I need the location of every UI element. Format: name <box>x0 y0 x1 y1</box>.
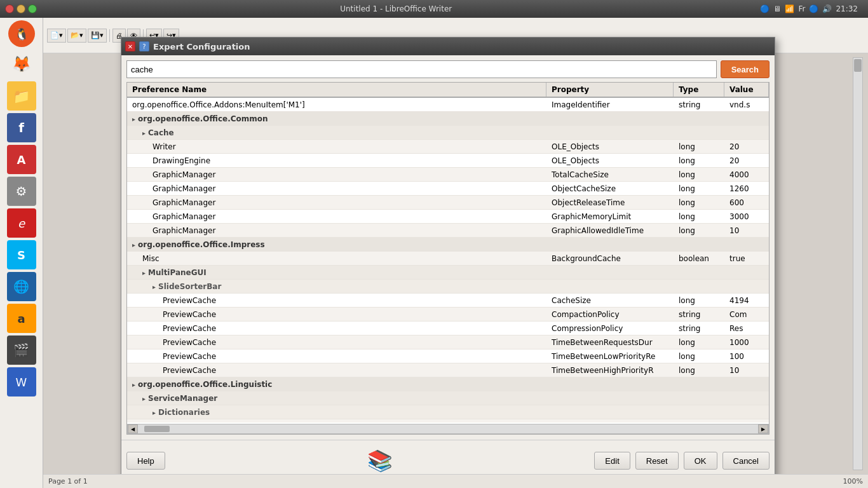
cell-preference-name: GraphicManager <box>127 197 546 208</box>
cell-value <box>724 132 769 134</box>
table-row[interactable]: ▸ ServiceManager <box>127 391 769 405</box>
collapse-arrow-icon: ▸ <box>153 409 156 416</box>
cell-preference-name: ▸ SlideSorterBar <box>127 281 546 292</box>
cell-property: ObjectReleaseTime <box>546 197 674 208</box>
table-row[interactable]: PreviewCacheTimeBetweenLowPriorityRelong… <box>127 349 769 363</box>
cell-property <box>546 271 674 274</box>
table-row[interactable]: PreviewCacheTimeBetweenRequestsDurlong10… <box>127 336 769 349</box>
col-header-type: Type <box>674 83 724 97</box>
sidebar-item-settings[interactable]: ⚙ <box>7 177 36 206</box>
scroll-thumb <box>144 426 170 432</box>
close-button[interactable] <box>5 4 14 13</box>
cell-value: 4000 <box>724 169 769 180</box>
page-info: Page 1 of 1 <box>48 477 88 485</box>
cell-property: CompactionPolicy <box>546 309 674 320</box>
table-row[interactable]: DrawingEngineOLE_Objectslong20 <box>127 154 769 168</box>
application-sidebar: 🐧 🦊 📁 f A ⚙ e S 🌐 a 🎬 W <box>0 18 43 488</box>
table-row[interactable]: MiscBackgroundCachebooleantrue <box>127 252 769 266</box>
table-row[interactable]: ▸ org.openoffice.Office.Impress <box>127 238 769 252</box>
sidebar-item-email[interactable]: e <box>7 208 36 238</box>
cell-property: GraphicAllowedIdleTime <box>546 225 674 236</box>
table-row[interactable]: PreviewCacheCompressionPolicystringRes <box>127 322 769 336</box>
cancel-button[interactable]: Cancel <box>722 452 770 470</box>
ok-button[interactable]: OK <box>684 452 717 470</box>
volume-icon: 🔊 <box>822 4 832 13</box>
sidebar-item-amazon[interactable]: a <box>7 304 36 333</box>
wifi-icon: 📶 <box>785 4 794 13</box>
flag-icon: Fr <box>798 4 805 13</box>
cell-value: 10 <box>724 225 769 236</box>
search-button[interactable]: Search <box>721 60 770 78</box>
cell-value <box>724 118 769 120</box>
sidebar-item-facebook[interactable]: f <box>7 113 36 142</box>
writer-scrollbar[interactable] <box>853 57 863 470</box>
sidebar-item-extensions[interactable]: A <box>7 145 36 174</box>
sidebar-item-firefox[interactable]: 🦊 <box>7 50 36 79</box>
cell-preference-name: ▸ MultiPaneGUI <box>127 267 546 278</box>
edit-button[interactable]: Edit <box>594 452 630 470</box>
scroll-right-button[interactable]: ▶ <box>758 424 768 433</box>
sidebar-item-media[interactable]: 🎬 <box>7 336 36 365</box>
cell-preference-name: org.openoffice.Office.Addons:MenuItem['M… <box>127 99 546 111</box>
window-controls[interactable] <box>5 4 37 13</box>
sidebar-item-ubuntu[interactable]: 🐧 <box>8 20 35 47</box>
cell-type: long <box>674 169 724 180</box>
table-body[interactable]: org.openoffice.Office.Addons:MenuItem['M… <box>127 98 769 423</box>
maximize-button[interactable] <box>28 4 37 13</box>
expert-configuration-dialog: ✕ ? Expert Configuration Search Preferen… <box>121 37 775 482</box>
table-row[interactable]: GraphicManagerGraphicAllowedIdleTimelong… <box>127 224 769 238</box>
cell-type <box>674 271 724 274</box>
table-row[interactable]: org.openoffice.Office.Addons:MenuItem['M… <box>127 98 769 112</box>
table-row[interactable]: org.openoffice.Office.Linguistic:Diction… <box>127 419 769 423</box>
cell-preference-name: ▸ org.openoffice.Office.Common <box>127 113 546 125</box>
table-row[interactable]: GraphicManagerGraphicMemoryLimitlong3000 <box>127 210 769 224</box>
help-button[interactable]: Help <box>126 452 165 470</box>
table-row[interactable]: ▸ Dictionaries <box>127 405 769 419</box>
scroll-left-button[interactable]: ◀ <box>128 424 138 433</box>
cell-preference-name: PreviewCache <box>127 309 546 320</box>
cell-type <box>674 118 724 120</box>
open-button[interactable]: 📂▾ <box>67 29 86 43</box>
cell-preference-name: PreviewCache <box>127 337 546 348</box>
sidebar-item-writer[interactable]: W <box>7 367 36 396</box>
sidebar-item-skype[interactable]: S <box>7 240 36 269</box>
table-row[interactable]: GraphicManagerObjectReleaseTimelong600 <box>127 196 769 210</box>
table-row[interactable]: ▸ MultiPaneGUI <box>127 266 769 280</box>
table-row[interactable]: GraphicManagerObjectCacheSizelong1260 <box>127 182 769 196</box>
cell-type: string <box>674 99 724 111</box>
cell-value: 600 <box>724 197 769 208</box>
cell-preference-name: ▸ ServiceManager <box>127 393 546 404</box>
minimize-button[interactable] <box>17 4 25 13</box>
table-row[interactable]: PreviewCacheCompactionPolicystringCom <box>127 308 769 322</box>
table-row[interactable]: PreviewCacheCacheSizelong4194 <box>127 294 769 308</box>
save-button[interactable]: 💾▾ <box>88 29 107 43</box>
cell-property: CompressionPolicy <box>546 323 674 334</box>
title-bar: Untitled 1 - LibreOffice Writer 🔵 🖥 📶 Fr… <box>0 0 868 18</box>
scroll-track[interactable] <box>138 425 758 433</box>
cell-value: 10 <box>724 365 769 376</box>
table-row[interactable]: WriterOLE_Objectslong20 <box>127 140 769 154</box>
dialog-close-button[interactable]: ✕ <box>125 41 135 51</box>
search-input[interactable] <box>126 60 717 78</box>
dialog-help-button[interactable]: ? <box>139 41 149 51</box>
sidebar-item-files[interactable]: 📁 <box>7 81 36 111</box>
cell-value <box>724 243 769 246</box>
table-row[interactable]: ▸ Cache <box>127 126 769 140</box>
cell-value: vnd.s <box>724 99 769 111</box>
new-button[interactable]: 📄▾ <box>47 29 66 43</box>
table-row[interactable]: ▸ org.openoffice.Office.Linguistic <box>127 377 769 391</box>
table-row[interactable]: GraphicManagerTotalCacheSizelong4000 <box>127 168 769 182</box>
table-row[interactable]: ▸ SlideSorterBar <box>127 280 769 294</box>
sidebar-item-browser[interactable]: 🌐 <box>7 272 36 301</box>
horizontal-scrollbar[interactable]: ◀ ▶ <box>127 424 769 434</box>
reset-button[interactable]: Reset <box>635 452 679 470</box>
cell-preference-name: GraphicManager <box>127 211 546 222</box>
table-row[interactable]: PreviewCacheTimeBetweenHighPriorityRlong… <box>127 363 769 377</box>
cell-property <box>546 397 674 400</box>
collapse-arrow-icon: ▸ <box>142 130 146 137</box>
table-row[interactable]: ▸ org.openoffice.Office.Common <box>127 112 769 126</box>
collapse-arrow-icon: ▸ <box>132 381 135 388</box>
cell-property: BackgroundCache <box>546 253 674 264</box>
bluetooth-icon: 🔵 <box>760 4 770 13</box>
cell-property <box>546 285 674 288</box>
